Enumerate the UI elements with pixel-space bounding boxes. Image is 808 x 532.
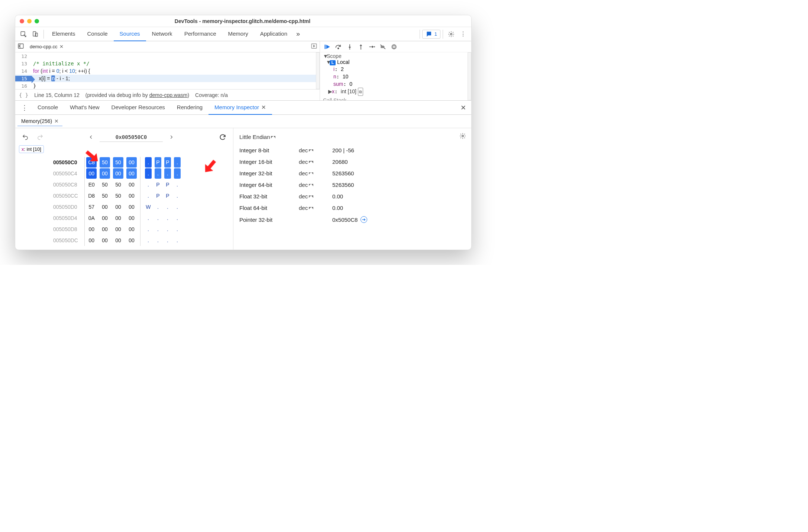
hex-byte[interactable]: 00 (85, 235, 98, 246)
hex-byte[interactable]: 00 (125, 190, 138, 201)
pause-on-exceptions-icon[interactable] (391, 43, 398, 50)
drawer-tab-developer-resources[interactable]: Developer Resources (106, 101, 171, 115)
step-over-icon[interactable] (335, 43, 342, 50)
panel-tab-application[interactable]: Application (254, 27, 293, 41)
hex-row[interactable]: 005050C8E0505000.PP. (53, 179, 182, 190)
ascii-byte[interactable]: . (172, 179, 182, 190)
ascii-byte[interactable]: . (153, 224, 163, 235)
hex-byte[interactable]: 50 (111, 179, 125, 190)
resume-icon[interactable] (324, 43, 331, 50)
close-drawer-icon[interactable]: ✕ (458, 104, 469, 112)
minimize-window-button[interactable] (27, 19, 32, 23)
hex-byte[interactable]: 00 (125, 201, 138, 213)
value-format-select[interactable]: dec (299, 170, 314, 176)
hex-byte[interactable]: 00 (98, 168, 111, 179)
panel-tab-elements[interactable]: Elements (46, 27, 81, 41)
hex-byte[interactable]: 00 (111, 224, 125, 235)
ascii-byte[interactable]: P (153, 179, 163, 190)
value-format-select[interactable]: dec (299, 182, 314, 188)
step-into-icon[interactable] (346, 43, 353, 50)
value-format-select[interactable]: dec (299, 159, 314, 165)
hex-byte[interactable]: 00 (111, 235, 125, 246)
drawer-more-icon[interactable]: ⋮ (17, 104, 32, 112)
ascii-byte[interactable]: . (172, 157, 182, 168)
hex-byte[interactable]: 00 (98, 235, 111, 246)
debugger-scrollbar[interactable] (468, 52, 471, 100)
hex-byte[interactable]: 00 (111, 168, 125, 179)
file-tab[interactable]: demo-cpp.cc ✕ (26, 42, 67, 51)
hex-row[interactable]: 005050D800000000.... (53, 224, 182, 235)
ascii-byte[interactable]: . (143, 179, 153, 190)
ascii-byte[interactable]: . (172, 213, 182, 224)
hex-byte[interactable]: 00 (125, 179, 138, 190)
hex-byte[interactable]: 00 (85, 224, 98, 235)
hex-row[interactable]: 005050C0C8505000.PP. (53, 157, 182, 168)
hex-byte[interactable]: 00 (85, 168, 98, 179)
ascii-byte[interactable]: . (172, 190, 182, 201)
var-i[interactable]: i: 2 (323, 65, 468, 73)
ascii-byte[interactable]: . (172, 168, 182, 179)
hex-byte[interactable]: 50 (111, 190, 125, 201)
ascii-byte[interactable]: . (163, 201, 172, 213)
panel-tab-memory[interactable]: Memory (222, 27, 254, 41)
ascii-byte[interactable]: P (163, 190, 172, 201)
hex-grid[interactable]: 005050C0C8505000.PP.005050C400000000....… (53, 157, 182, 246)
hex-byte[interactable]: 00 (98, 213, 111, 224)
close-memory-tab-icon[interactable]: ✕ (54, 118, 59, 124)
ascii-byte[interactable]: P (153, 190, 163, 201)
hex-byte[interactable]: 0A (85, 213, 98, 224)
refresh-icon[interactable] (217, 132, 229, 142)
endianness-select[interactable]: Little Endian (239, 134, 276, 140)
settings-icon[interactable] (445, 31, 457, 38)
ascii-byte[interactable]: P (163, 179, 172, 190)
snippets-toggle-icon[interactable] (311, 43, 317, 51)
hex-byte[interactable]: 00 (125, 235, 138, 246)
ascii-byte[interactable]: . (163, 213, 172, 224)
hex-row[interactable]: 005050D057000000W... (53, 201, 182, 213)
hex-byte[interactable]: E0 (85, 179, 98, 190)
hex-byte[interactable]: 00 (98, 201, 111, 213)
ascii-byte[interactable]: . (153, 213, 163, 224)
page-prev-icon[interactable] (86, 133, 96, 141)
jump-to-address-icon[interactable]: ➔ (361, 216, 367, 223)
device-mode-icon[interactable] (29, 31, 41, 38)
drawer-tab-console[interactable]: Console (32, 101, 64, 115)
history-back-icon[interactable] (20, 132, 31, 142)
var-sum[interactable]: sum: 0 (323, 80, 468, 88)
var-n[interactable]: n: 10 (323, 73, 468, 80)
hex-byte[interactable]: 00 (125, 224, 138, 235)
drawer-tab-what-s-new[interactable]: What's New (64, 101, 106, 115)
ascii-byte[interactable]: . (143, 157, 153, 168)
value-format-select[interactable]: dec (299, 193, 314, 200)
close-tab-icon[interactable]: ✕ (59, 44, 64, 49)
navigator-toggle-icon[interactable] (17, 43, 24, 51)
hex-byte[interactable]: 00 (111, 213, 125, 224)
ascii-byte[interactable]: . (153, 235, 163, 246)
ascii-byte[interactable]: . (172, 201, 182, 213)
ascii-byte[interactable]: . (163, 168, 172, 179)
ascii-byte[interactable]: P (163, 157, 172, 168)
ascii-byte[interactable]: . (143, 224, 153, 235)
drawer-tab-memory-inspector[interactable]: Memory Inspector✕ (209, 101, 272, 115)
ascii-byte[interactable]: W (143, 201, 153, 213)
ascii-byte[interactable]: . (163, 235, 172, 246)
hex-row[interactable]: 005050CCD8505000.PP. (53, 190, 182, 201)
reveal-in-memory-icon[interactable]: ⧉ (358, 88, 363, 96)
hex-byte[interactable]: 00 (125, 168, 138, 179)
history-forward-icon[interactable] (35, 132, 46, 142)
ascii-byte[interactable]: . (172, 224, 182, 235)
issues-button[interactable]: 1 (422, 30, 440, 39)
editor-scrollbar[interactable] (316, 52, 320, 89)
value-settings-icon[interactable] (459, 133, 466, 141)
page-next-icon[interactable] (167, 133, 176, 141)
ascii-byte[interactable]: . (153, 201, 163, 213)
inspect-element-icon[interactable] (17, 31, 29, 38)
ascii-byte[interactable]: . (143, 235, 153, 246)
var-x[interactable]: ▶x: int [10]⧉ (323, 88, 468, 96)
tracked-variable-chip[interactable]: x: int [10] (19, 145, 44, 153)
hex-row[interactable]: 005050DC00000000.... (53, 235, 182, 246)
more-panels-button[interactable]: » (293, 30, 303, 38)
panel-tab-sources[interactable]: Sources (114, 27, 146, 41)
hex-byte[interactable]: 57 (85, 201, 98, 213)
close-drawer-tab-icon[interactable]: ✕ (261, 104, 266, 111)
